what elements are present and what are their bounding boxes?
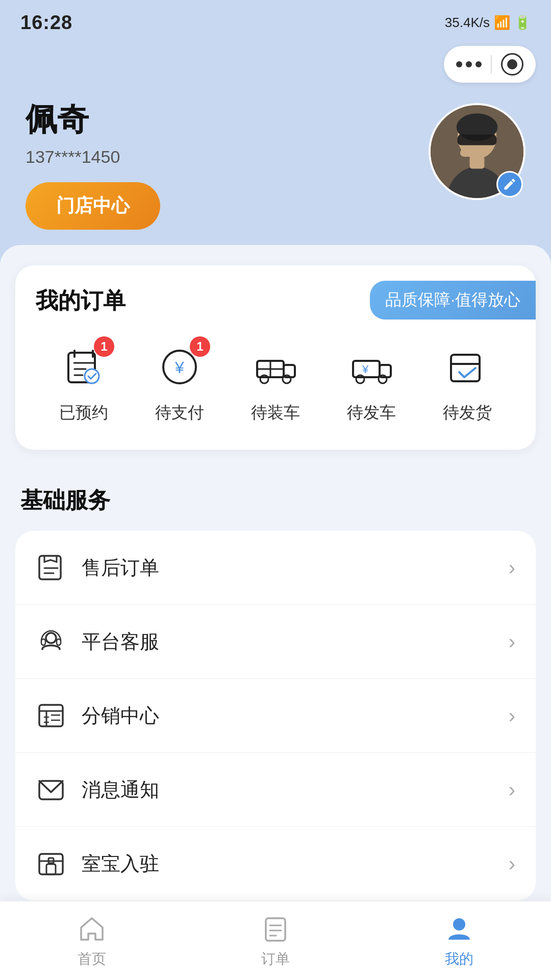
battery-icon: 🔋 bbox=[514, 15, 531, 31]
avatar-container bbox=[429, 103, 525, 200]
orders-nav-icon bbox=[259, 913, 292, 945]
loading-icon bbox=[250, 341, 301, 393]
network-speed: 35.4K/s bbox=[445, 15, 490, 31]
svg-point-51 bbox=[453, 918, 465, 930]
order-item-loading[interactable]: 待装车 bbox=[250, 341, 301, 424]
customer-service-icon bbox=[36, 626, 66, 657]
mine-label: 我的 bbox=[445, 949, 473, 969]
service-item-distribution[interactable]: 分销中心 › bbox=[15, 679, 536, 753]
svg-point-32 bbox=[46, 633, 56, 643]
top-action-button[interactable] bbox=[444, 46, 536, 83]
divider bbox=[491, 55, 492, 74]
nav-item-mine[interactable]: 我的 bbox=[367, 913, 551, 969]
orders-header: 我的订单 品质保障·值得放心 bbox=[36, 286, 515, 316]
services-title: 基础服务 bbox=[15, 470, 536, 521]
pending-deliver-icon bbox=[442, 341, 493, 393]
pending-pay-badge: 1 bbox=[190, 336, 210, 357]
distribution-icon bbox=[36, 700, 66, 731]
pending-ship-label: 待发车 bbox=[347, 402, 396, 424]
svg-text:¥: ¥ bbox=[362, 363, 369, 376]
reserved-badge: 1 bbox=[94, 336, 114, 357]
loading-label: 待装车 bbox=[251, 402, 300, 424]
store-center-button[interactable]: 门店中心 bbox=[26, 182, 160, 230]
profile-section: 佩奇 137****1450 门店中心 bbox=[0, 88, 551, 245]
chevron-icon: › bbox=[509, 778, 515, 801]
pending-pay-label: 待支付 bbox=[155, 402, 204, 424]
after-sale-label: 售后订单 bbox=[82, 555, 509, 581]
chevron-icon: › bbox=[509, 852, 515, 875]
service-item-notification[interactable]: 消息通知 › bbox=[15, 753, 536, 827]
orders-nav-label: 订单 bbox=[261, 949, 290, 969]
chevron-icon: › bbox=[509, 556, 515, 579]
pending-ship-icon: ¥ bbox=[346, 341, 397, 393]
services-list: 售后订单 › 平台客服 › bbox=[15, 531, 536, 900]
svg-point-13 bbox=[85, 369, 99, 383]
svg-rect-4 bbox=[458, 134, 497, 145]
address-label: 室宝入驻 bbox=[82, 851, 509, 877]
sim-icon: 📶 bbox=[494, 15, 510, 31]
profile-info: 佩奇 137****1450 门店中心 bbox=[26, 98, 429, 230]
svg-rect-47 bbox=[266, 918, 285, 941]
reserved-label: 已预约 bbox=[59, 402, 108, 424]
service-item-customer-service[interactable]: 平台客服 › bbox=[15, 605, 536, 679]
reserved-icon-wrap: 1 bbox=[58, 341, 109, 393]
notification-icon bbox=[36, 774, 66, 805]
bottom-nav: 首页 订单 我的 bbox=[0, 901, 551, 980]
camera-icon bbox=[501, 53, 523, 76]
order-item-pending-deliver[interactable]: 待发货 bbox=[442, 341, 493, 424]
order-item-reserved[interactable]: 1 已预约 bbox=[58, 341, 109, 424]
service-item-after-sale[interactable]: 售后订单 › bbox=[15, 531, 536, 605]
order-item-pending-ship[interactable]: ¥ 待发车 bbox=[346, 341, 397, 424]
more-icon bbox=[456, 61, 482, 67]
svg-rect-5 bbox=[470, 157, 485, 169]
top-actions bbox=[0, 41, 551, 88]
quality-badge: 品质保障·值得放心 bbox=[370, 281, 536, 320]
svg-text:¥: ¥ bbox=[174, 358, 184, 377]
pending-pay-icon-wrap: ¥ 1 bbox=[154, 341, 205, 393]
orders-card: 我的订单 品质保障·值得放心 bbox=[15, 265, 536, 450]
chevron-icon: › bbox=[509, 630, 515, 653]
edit-avatar-button[interactable] bbox=[496, 171, 523, 198]
nav-item-orders[interactable]: 订单 bbox=[184, 913, 367, 969]
status-bar: 16:28 35.4K/s 📶 🔋 bbox=[0, 0, 551, 41]
home-icon bbox=[76, 913, 108, 945]
svg-rect-44 bbox=[46, 864, 56, 874]
after-sale-icon bbox=[36, 552, 66, 583]
chevron-icon: › bbox=[509, 704, 515, 727]
loading-icon-wrap bbox=[250, 341, 301, 393]
status-time: 16:28 bbox=[20, 12, 72, 34]
mine-icon bbox=[443, 913, 475, 945]
nav-item-home[interactable]: 首页 bbox=[0, 913, 184, 969]
profile-name: 佩奇 bbox=[26, 98, 429, 141]
distribution-label: 分销中心 bbox=[82, 703, 509, 729]
notification-label: 消息通知 bbox=[82, 777, 509, 803]
pending-ship-icon-wrap: ¥ bbox=[346, 341, 397, 393]
order-items: 1 已预约 ¥ 1 待支付 bbox=[36, 336, 515, 424]
home-label: 首页 bbox=[78, 949, 106, 969]
order-item-pending-pay[interactable]: ¥ 1 待支付 bbox=[154, 341, 205, 424]
services-section: 基础服务 售后订单 › bbox=[15, 470, 536, 900]
profile-phone: 137****1450 bbox=[26, 147, 429, 167]
orders-title: 我的订单 bbox=[36, 286, 126, 316]
customer-service-label: 平台客服 bbox=[82, 629, 509, 655]
status-icons: 35.4K/s 📶 🔋 bbox=[445, 15, 531, 31]
pending-deliver-icon-wrap bbox=[442, 341, 493, 393]
service-item-address[interactable]: 室宝入驻 › bbox=[15, 827, 536, 900]
main-content: 我的订单 品质保障·值得放心 bbox=[0, 245, 551, 980]
address-icon bbox=[36, 848, 66, 879]
pending-deliver-label: 待发货 bbox=[443, 402, 492, 424]
